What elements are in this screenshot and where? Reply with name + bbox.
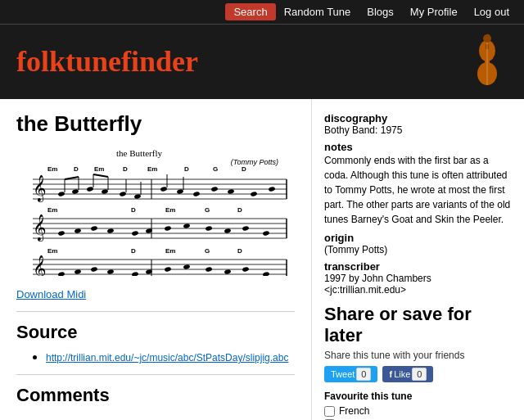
- sheet-music-svg: the Butterfly (Tommy Potts) Em D Em D Em…: [16, 145, 295, 276]
- share-heading: Share or save for later: [324, 304, 512, 346]
- violin-icon: [467, 33, 508, 89]
- svg-point-33: [210, 187, 218, 192]
- svg-text:D: D: [74, 165, 79, 173]
- source-url-link[interactable]: http://trillian.mit.edu/~jc/music/abc/St…: [46, 352, 288, 364]
- sheet-music-area: the Butterfly (Tommy Potts) Em D Em D Em…: [16, 145, 295, 276]
- svg-text:D: D: [237, 206, 242, 214]
- discography-value: Bothy Band: 1975: [324, 124, 512, 136]
- tweet-count: 0: [356, 368, 371, 381]
- tweet-button[interactable]: Tweet 0: [324, 366, 377, 382]
- svg-point-89: [131, 272, 138, 276]
- svg-text:Em: Em: [165, 247, 175, 255]
- favourite-label: Favourite this tune: [324, 391, 512, 402]
- tweet-label: Tweet: [331, 369, 355, 379]
- svg-point-70: [242, 226, 249, 232]
- svg-text:D: D: [131, 206, 136, 214]
- svg-point-36: [268, 187, 275, 192]
- svg-point-31: [176, 189, 183, 195]
- svg-text:Em: Em: [47, 206, 57, 214]
- download-midi-link[interactable]: Download Midi: [16, 288, 86, 300]
- origin-value: (Tommy Potts): [324, 244, 512, 255]
- source-heading: Source: [16, 322, 295, 343]
- right-column: discography Bothy Band: 1975 notes Commo…: [312, 99, 524, 420]
- svg-point-28: [119, 192, 126, 197]
- svg-text:𝄞: 𝄞: [33, 214, 47, 242]
- svg-point-86: [74, 269, 81, 275]
- svg-point-68: [205, 226, 212, 232]
- origin-label: origin: [324, 232, 512, 244]
- svg-point-29: [133, 194, 141, 200]
- svg-point-35: [250, 192, 257, 197]
- divider-source: [16, 311, 295, 312]
- like-button[interactable]: f Like 0: [382, 366, 433, 382]
- svg-text:the Butterfly: the Butterfly: [116, 148, 162, 158]
- svg-point-32: [192, 192, 200, 197]
- svg-point-94: [224, 269, 231, 275]
- svg-point-62: [90, 226, 97, 232]
- svg-text:D: D: [242, 165, 246, 173]
- divider-comments: [16, 374, 295, 375]
- svg-line-46: [93, 174, 108, 177]
- main-content: the Butterfly the Butterfly (Tommy Potts…: [0, 99, 524, 420]
- svg-text:D: D: [123, 165, 128, 173]
- svg-text:(Tommy Potts): (Tommy Potts): [231, 158, 278, 166]
- nav-my-profile[interactable]: My Profile: [402, 3, 466, 20]
- svg-point-92: [183, 264, 190, 270]
- svg-point-88: [106, 269, 114, 275]
- svg-text:𝄞: 𝄞: [33, 255, 47, 276]
- nav-logout[interactable]: Log out: [466, 3, 517, 20]
- top-nav: Search Random Tune Blogs My Profile Log …: [0, 0, 524, 25]
- svg-text:Em: Em: [94, 165, 104, 173]
- svg-text:Em: Em: [47, 247, 57, 255]
- transcriber-value: 1997 by John Chambers <jc:trillian.mit.e…: [324, 273, 512, 296]
- favourite-french-label: French: [339, 405, 369, 417]
- svg-text:G: G: [205, 206, 210, 214]
- transcriber-label: transcriber: [324, 260, 512, 273]
- svg-point-91: [164, 267, 171, 273]
- svg-point-63: [106, 228, 114, 234]
- svg-point-66: [164, 226, 171, 232]
- svg-point-27: [101, 189, 108, 195]
- svg-point-93: [205, 267, 212, 273]
- favourite-french-checkbox[interactable]: [324, 406, 335, 417]
- svg-text:Em: Em: [165, 206, 175, 214]
- discography-label: discography: [324, 112, 512, 124]
- svg-point-34: [227, 189, 234, 195]
- svg-text:D: D: [237, 247, 242, 255]
- svg-point-24: [57, 192, 65, 197]
- like-label: Like: [394, 369, 410, 379]
- svg-text:Em: Em: [47, 165, 57, 173]
- comments-heading: Comments: [16, 385, 295, 406]
- nav-random-tune[interactable]: Random Tune: [276, 3, 359, 20]
- svg-point-26: [86, 187, 93, 192]
- facebook-f-icon: f: [389, 369, 392, 379]
- site-header: folktunefinder: [0, 25, 524, 99]
- svg-point-85: [57, 272, 65, 276]
- svg-text:G: G: [205, 247, 210, 255]
- svg-point-96: [262, 272, 269, 276]
- svg-point-87: [90, 267, 97, 273]
- left-column: the Butterfly the Butterfly (Tommy Potts…: [0, 99, 312, 420]
- svg-text:𝄞: 𝄞: [33, 174, 47, 203]
- source-link-item: http://trillian.mit.edu/~jc/music/abc/St…: [46, 350, 295, 364]
- svg-point-64: [131, 231, 138, 237]
- share-subtext: Share this tune with your friends: [324, 350, 512, 361]
- favourite-list: French Tunes I want to learn Tunes I can…: [324, 405, 512, 420]
- nav-search[interactable]: Search: [225, 3, 275, 20]
- tune-title: the Butterfly: [16, 111, 295, 137]
- svg-text:D: D: [184, 165, 189, 173]
- svg-text:G: G: [213, 165, 218, 173]
- svg-text:Em: Em: [147, 165, 157, 173]
- nav-blogs[interactable]: Blogs: [359, 3, 402, 20]
- svg-point-71: [262, 231, 269, 237]
- favourite-french: French: [324, 405, 512, 417]
- svg-point-30: [160, 187, 167, 192]
- svg-point-60: [57, 231, 65, 237]
- svg-point-95: [242, 267, 249, 273]
- social-buttons: Tweet 0 f Like 0: [324, 366, 512, 382]
- like-count: 0: [412, 368, 427, 381]
- svg-line-45: [65, 177, 79, 179]
- svg-point-67: [183, 224, 190, 229]
- svg-text:D: D: [131, 247, 136, 255]
- svg-point-61: [74, 228, 81, 234]
